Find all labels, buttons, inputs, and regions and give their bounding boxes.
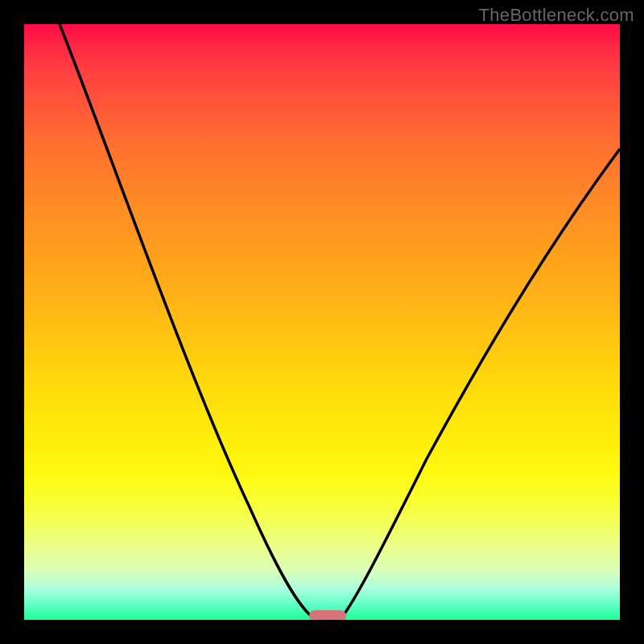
watermark-text: TheBottleneck.com — [479, 5, 634, 26]
left-curve-path — [60, 24, 316, 620]
chart-plot-area — [24, 24, 620, 620]
right-curve-path — [340, 149, 620, 620]
chart-curves — [24, 24, 620, 620]
bottleneck-marker — [309, 610, 346, 620]
